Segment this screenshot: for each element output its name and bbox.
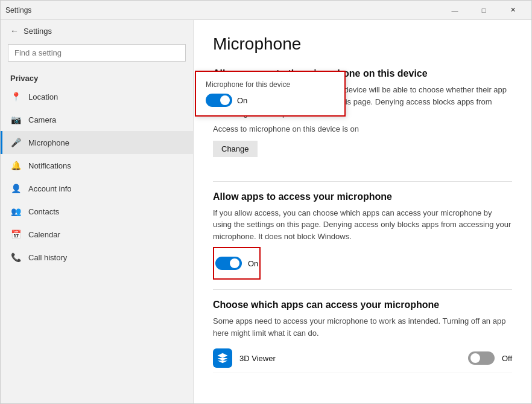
section3-title: Choose which apps can access your microp… [213, 300, 512, 310]
location-icon: 📍 [10, 91, 21, 102]
divider1 [213, 181, 512, 182]
content-area: ← Settings Privacy 📍 Location 📷 Camera 🎤… [1, 20, 531, 403]
title-bar-left: Settings [5, 6, 31, 14]
sidebar-item-notifications[interactable]: 🔔 Notifications [1, 154, 193, 177]
sidebar-item-account-info[interactable]: 👤 Account info [1, 177, 193, 200]
privacy-section-label: Privacy [1, 69, 193, 85]
close-button[interactable]: ✕ [499, 1, 527, 20]
sidebar-item-contacts[interactable]: 👥 Contacts [1, 200, 193, 223]
change-button[interactable]: Change [213, 141, 258, 157]
sidebar-item-label: Call history [28, 253, 67, 262]
sidebar-item-microphone[interactable]: 🎤 Microphone [1, 131, 193, 154]
toggle-red-box: On [213, 247, 261, 280]
3d-viewer-toggle[interactable] [468, 351, 495, 365]
apps-microphone-toggle[interactable] [215, 257, 242, 270]
notifications-icon: 🔔 [10, 160, 21, 171]
section2-desc: If you allow access, you can choose whic… [213, 207, 512, 243]
microphone-device-popup: Microphone for this device On [195, 71, 346, 117]
sidebar-item-call-history[interactable]: 📞 Call history [1, 246, 193, 269]
apps-microphone-toggle-knob [230, 258, 239, 268]
minimize-button[interactable]: — [441, 1, 469, 20]
3d-viewer-toggle-label: Off [502, 354, 512, 363]
account-info-icon: 👤 [10, 183, 21, 194]
microphone-icon: 🎤 [10, 137, 21, 148]
3d-viewer-icon [213, 348, 232, 368]
popup-toggle[interactable] [206, 94, 232, 107]
section2-title: Allow apps to access your microphone [213, 191, 512, 202]
title-bar: Settings — □ ✕ [1, 1, 531, 20]
divider2 [213, 289, 512, 290]
call-history-icon: 📞 [10, 252, 21, 263]
back-button[interactable]: ← Settings [1, 20, 193, 42]
sidebar-item-label: Camera [28, 115, 56, 124]
back-label: Settings [24, 27, 52, 36]
main-content: Microphone for this device On Microphone… [194, 20, 531, 403]
popup-toggle-row: On [206, 94, 335, 107]
search-input[interactable] [8, 44, 186, 62]
title-bar-controls: — □ ✕ [441, 1, 527, 20]
section1-status: Access to microphone on this device is o… [213, 124, 512, 133]
app-row-3d-viewer: 3D Viewer Off [213, 344, 512, 373]
popup-label: Microphone for this device [206, 80, 335, 89]
3d-viewer-toggle-knob [470, 353, 480, 363]
sidebar-item-label: Notifications [28, 161, 71, 170]
popup-toggle-label: On [237, 96, 247, 105]
section3-desc: Some apps need to access your microphone… [213, 315, 512, 339]
app-name-3d-viewer: 3D Viewer [239, 354, 461, 363]
maximize-button[interactable]: □ [470, 1, 498, 20]
apps-microphone-toggle-label: On [248, 259, 258, 268]
sidebar-item-label: Calendar [28, 230, 60, 239]
sidebar-item-camera[interactable]: 📷 Camera [1, 108, 193, 131]
sidebar-item-location[interactable]: 📍 Location [1, 85, 193, 108]
page-title: Microphone [213, 34, 512, 54]
section2-toggle-row: On [215, 257, 258, 270]
calendar-icon: 📅 [10, 229, 21, 240]
main-relative-container: Microphone for this device On Microphone… [213, 34, 512, 373]
sidebar: ← Settings Privacy 📍 Location 📷 Camera 🎤… [1, 20, 194, 403]
window-title: Settings [5, 6, 31, 14]
contacts-icon: 👥 [10, 206, 21, 217]
sidebar-item-label: Location [28, 92, 58, 101]
settings-window: Settings — □ ✕ ← Settings Privacy 📍 Loca… [0, 0, 532, 404]
popup-toggle-knob [220, 95, 230, 105]
3d-viewer-svg [217, 352, 229, 364]
sidebar-item-calendar[interactable]: 📅 Calendar [1, 223, 193, 246]
sidebar-item-label: Account info [28, 184, 72, 193]
sidebar-item-label: Microphone [28, 138, 69, 147]
back-arrow-icon: ← [10, 26, 19, 36]
sidebar-item-label: Contacts [28, 207, 59, 216]
camera-icon: 📷 [10, 114, 21, 125]
